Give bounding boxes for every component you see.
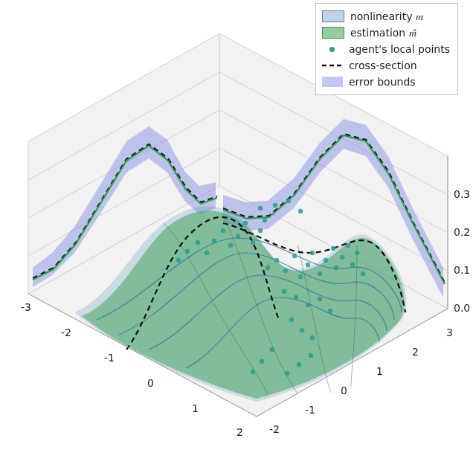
svg-point-15 — [331, 246, 335, 251]
z-axis: 0.0 0.1 0.2 0.3 — [448, 156, 470, 314]
svg-point-23 — [294, 295, 298, 300]
svg-point-50 — [286, 199, 291, 203]
legend-label: cross-section — [349, 60, 417, 71]
legend-swatch-icon — [322, 10, 344, 22]
svg-point-43 — [236, 234, 240, 239]
svg-point-45 — [251, 240, 255, 245]
svg-text:-1: -1 — [104, 352, 115, 364]
svg-point-47 — [263, 218, 267, 222]
svg-point-49 — [273, 203, 277, 208]
svg-text:0: 0 — [147, 377, 154, 389]
legend-swatch-icon — [322, 27, 344, 39]
svg-text:2: 2 — [237, 426, 243, 438]
svg-point-26 — [328, 309, 332, 313]
svg-point-16 — [334, 266, 338, 270]
legend-swatch-icon — [322, 77, 343, 87]
svg-point-12 — [310, 251, 315, 255]
svg-point-35 — [309, 353, 313, 358]
legend-item-local-points: agent's local points — [322, 41, 450, 57]
svg-point-6 — [266, 266, 270, 270]
legend-label: agent's local points — [349, 43, 450, 55]
svg-text:2: 2 — [412, 346, 419, 358]
svg-point-42 — [228, 243, 233, 248]
svg-point-34 — [297, 362, 301, 367]
svg-point-24 — [306, 303, 310, 307]
legend-dot-icon — [322, 44, 343, 54]
svg-point-37 — [185, 249, 190, 254]
svg-point-18 — [346, 243, 350, 248]
svg-point-29 — [310, 335, 315, 340]
legend-item-cross-section: cross-section — [322, 57, 450, 74]
svg-text:0.3: 0.3 — [454, 188, 470, 200]
legend-dash-icon — [322, 60, 343, 71]
svg-point-13 — [318, 271, 322, 276]
legend-item-estimation: estimation 𝑚̂ — [322, 25, 450, 41]
legend-label: nonlinearity 𝑚 — [350, 10, 423, 23]
legend-item-nonlinearity: nonlinearity 𝑚 — [322, 8, 450, 25]
svg-point-38 — [196, 240, 200, 245]
svg-point-21 — [361, 271, 365, 276]
svg-point-28 — [300, 328, 304, 332]
svg-point-41 — [221, 228, 225, 233]
svg-point-8 — [283, 268, 288, 273]
legend-label: error bounds — [349, 76, 416, 88]
svg-text:-3: -3 — [21, 301, 31, 313]
svg-point-22 — [282, 289, 286, 294]
svg-point-17 — [340, 255, 344, 260]
svg-text:0.0: 0.0 — [454, 302, 470, 314]
svg-text:0.2: 0.2 — [454, 226, 470, 238]
svg-point-9 — [292, 254, 297, 258]
svg-point-11 — [306, 263, 310, 267]
svg-point-20 — [355, 251, 359, 255]
svg-text:1: 1 — [192, 402, 199, 414]
svg-text:1: 1 — [376, 365, 383, 377]
svg-text:0: 0 — [341, 385, 347, 396]
svg-point-14 — [324, 258, 328, 263]
svg-point-44 — [243, 221, 248, 225]
svg-point-10 — [298, 274, 303, 279]
svg-point-27 — [289, 318, 294, 322]
svg-point-25 — [318, 297, 322, 301]
legend-item-error-bounds: error bounds — [322, 74, 450, 90]
legend-label: estimation 𝑚̂ — [350, 27, 416, 39]
svg-point-46 — [258, 228, 263, 233]
legend: nonlinearity 𝑚 estimation 𝑚̂ agent's loc… — [315, 3, 458, 95]
svg-point-36 — [176, 258, 181, 263]
svg-point-31 — [260, 359, 264, 364]
svg-point-19 — [350, 263, 355, 267]
svg-point-32 — [251, 370, 255, 374]
svg-text:-2: -2 — [269, 423, 280, 435]
svg-point-30 — [270, 347, 274, 352]
svg-point-7 — [274, 258, 279, 263]
svg-text:0.1: 0.1 — [454, 264, 470, 276]
svg-point-39 — [205, 251, 209, 255]
svg-text:-1: -1 — [305, 404, 315, 416]
svg-point-51 — [298, 209, 303, 213]
svg-point-33 — [285, 371, 289, 376]
svg-text:-2: -2 — [61, 327, 71, 338]
svg-point-40 — [212, 239, 216, 243]
svg-text:3: 3 — [446, 327, 453, 338]
svg-point-48 — [258, 206, 263, 210]
